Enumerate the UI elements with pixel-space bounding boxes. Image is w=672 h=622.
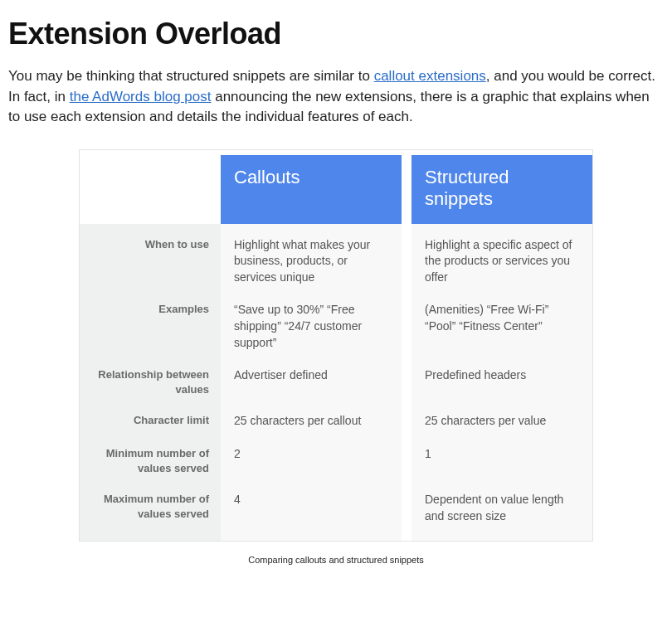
row-cell-callouts: Highlight what makes your business, prod… (221, 224, 402, 289)
callout-extensions-link[interactable]: callout extensions (374, 68, 486, 84)
row-cell-callouts: 4 (221, 479, 402, 541)
row-cell-callouts: Advertiser defined (221, 354, 402, 400)
section-heading: Extension Overload (8, 17, 664, 51)
comparison-table-container: Callouts Structured snippets When to use… (79, 149, 593, 542)
row-label: Maximum number of values served (80, 479, 221, 541)
row-gap (402, 433, 411, 479)
row-cell-callouts: “Save up to 30%” “Free shipping” “24/7 c… (221, 289, 402, 354)
row-gap (402, 224, 411, 289)
row-label: Minimum number of values served (80, 433, 221, 479)
row-cell-callouts: 2 (221, 433, 402, 479)
row-cell-snippets: 25 characters per value (411, 400, 592, 433)
row-gap (402, 289, 411, 354)
row-gap (402, 354, 411, 400)
table-header-callouts: Callouts (221, 155, 402, 224)
row-cell-snippets: 1 (411, 433, 592, 479)
row-cell-snippets: Highlight a specific aspect of the produ… (411, 224, 592, 289)
row-label: When to use (80, 224, 221, 289)
row-cell-snippets: (Amenities) “Free Wi-Fi” “Pool” “Fitness… (411, 289, 592, 354)
comparison-table: Callouts Structured snippets When to use… (80, 155, 592, 541)
table-header-blank (80, 155, 221, 224)
row-gap (402, 479, 411, 541)
intro-text-1: You may be thinking that structured snip… (8, 68, 374, 84)
row-label: Character limit (80, 400, 221, 433)
row-cell-snippets: Predefined headers (411, 354, 592, 400)
figure-caption: Comparing callouts and structured snippe… (8, 555, 664, 565)
row-label: Examples (80, 289, 221, 354)
row-label: Relationship between values (80, 354, 221, 400)
intro-paragraph: You may be thinking that structured snip… (8, 66, 664, 128)
row-cell-callouts: 25 characters per callout (221, 400, 402, 433)
comparison-figure: Callouts Structured snippets When to use… (8, 144, 664, 565)
table-header-structured-snippets: Structured snippets (411, 155, 592, 224)
adwords-blog-post-link[interactable]: the AdWords blog post (70, 89, 212, 104)
row-gap (402, 400, 411, 433)
table-header-gap (402, 155, 411, 224)
row-cell-snippets: Dependent on value length and screen siz… (411, 479, 592, 541)
